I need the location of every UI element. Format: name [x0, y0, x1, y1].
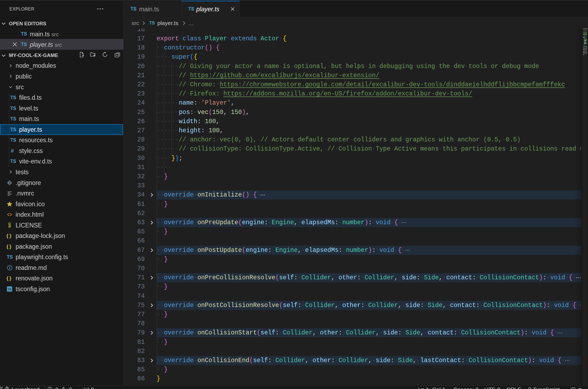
svg-text:TS: TS [8, 288, 11, 291]
